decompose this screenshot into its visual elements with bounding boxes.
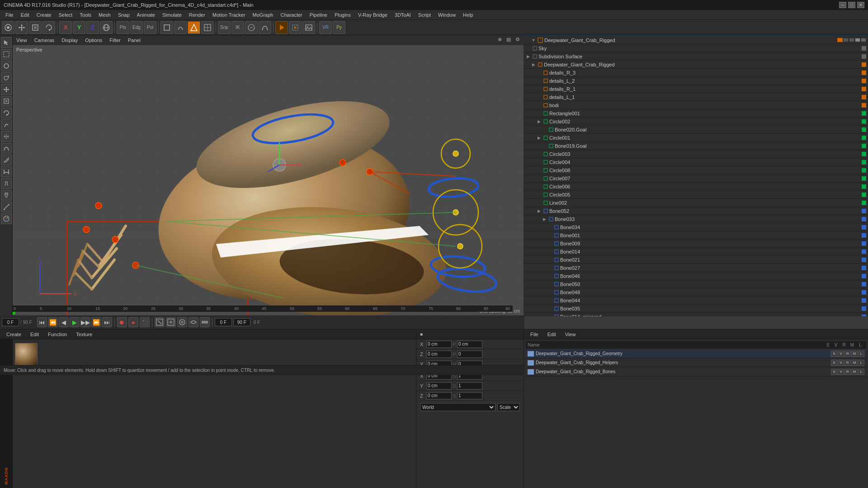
menu-help[interactable]: Help — [459, 11, 477, 19]
btn-timeline-tool-5[interactable] — [200, 317, 210, 327]
tool-scale[interactable] — [29, 21, 42, 34]
coord-sz-val[interactable] — [426, 392, 452, 399]
tool-live-selection[interactable] — [2, 21, 14, 34]
obj-item-sky[interactable]: Sky — [524, 44, 868, 52]
props-l-bone[interactable]: L — [858, 369, 864, 375]
btn-timeline-tool-1[interactable] — [155, 317, 165, 327]
coord-p-rot[interactable] — [457, 351, 482, 358]
tool-picture-viewer[interactable] — [302, 21, 315, 34]
obj-item-bone044[interactable]: Bone044 — [524, 296, 868, 305]
props-l-help[interactable]: L — [858, 360, 864, 366]
tool-snap-enable[interactable]: Snp — [218, 21, 231, 34]
obj-item-bone035[interactable]: Bone035 — [524, 305, 868, 313]
current-frame-input[interactable] — [2, 318, 19, 326]
props-r-help[interactable]: R — [844, 360, 851, 366]
coord-x-pos[interactable] — [426, 341, 452, 348]
tool-points[interactable]: Pts — [117, 21, 129, 34]
viewport-menu-view[interactable]: View — [16, 38, 27, 43]
tool-magnet[interactable] — [1, 166, 12, 177]
btn-timeline-tool-2[interactable] — [166, 317, 176, 327]
tool-render-region[interactable] — [289, 21, 302, 34]
tool-world[interactable] — [100, 21, 113, 34]
tool-python[interactable]: Py — [333, 21, 345, 34]
tool-texture[interactable] — [188, 21, 200, 34]
tool-bend[interactable] — [1, 119, 12, 130]
obj-item-circle003[interactable]: Circle003 — [524, 150, 868, 158]
tool-move-left[interactable] — [1, 84, 12, 95]
btn-go-end[interactable]: ⏭ — [102, 317, 112, 327]
viewport-menu-filter[interactable]: Filter — [109, 38, 120, 43]
tool-freehand-select[interactable] — [1, 72, 12, 83]
props-tab-file[interactable]: File — [528, 331, 541, 338]
obj-item-line002[interactable]: Line002 — [524, 199, 868, 207]
obj-item-circle006[interactable]: Circle006 — [524, 183, 868, 191]
tool-move[interactable] — [15, 21, 28, 34]
tool-vray[interactable]: VR — [319, 21, 332, 34]
mat-tab-function[interactable]: Function — [45, 331, 70, 338]
arr-9[interactable]: ▶ — [536, 119, 542, 124]
props-r-bone[interactable]: R — [844, 369, 851, 375]
tool-rotate[interactable] — [42, 21, 55, 34]
props-v-help[interactable]: V — [838, 360, 844, 366]
props-m-bone[interactable]: M — [851, 369, 858, 375]
props-m-geo[interactable]: M — [851, 351, 858, 357]
menu-simulate[interactable]: Simulate — [159, 11, 185, 19]
obj-item-bone001[interactable]: Bone001 — [524, 231, 868, 239]
coord-sy-val[interactable] — [426, 382, 452, 389]
obj-item-bone014-mirrored-[interactable]: Bone014_mirrored_ — [524, 313, 868, 316]
tool-edges[interactable]: Edg — [130, 21, 143, 34]
btn-prev-frame[interactable]: ◀ — [59, 317, 69, 327]
menu-file[interactable]: File — [2, 11, 17, 19]
props-s-geo[interactable]: S — [831, 351, 837, 357]
coord-sz-scale[interactable] — [457, 392, 482, 399]
obj-item-bone046[interactable]: Bone046 — [524, 272, 868, 280]
obj-item-bone014[interactable]: Bone014 — [524, 248, 868, 256]
obj-item-bone050[interactable]: Bone050 — [524, 280, 868, 288]
tool-circle-select[interactable] — [1, 61, 12, 71]
viewport-maximize[interactable]: ⊕ — [495, 35, 504, 43]
btn-keyframe[interactable]: ⚫ — [140, 317, 150, 327]
obj-item-bone034[interactable]: Bone034 — [524, 223, 868, 231]
props-l-geo[interactable]: L — [858, 351, 864, 357]
menu-create[interactable]: Create — [33, 11, 55, 19]
viewport-settings[interactable]: ⚙ — [514, 35, 522, 43]
obj-item-details-r-3[interactable]: details_R_3 — [524, 69, 868, 77]
material-thumb-giant[interactable] — [15, 343, 38, 366]
tool-spline[interactable] — [259, 21, 271, 34]
obj-item-bone027[interactable]: Bone027 — [524, 264, 868, 272]
menu-motion-tracker[interactable]: Motion Tracker — [209, 11, 249, 19]
tool-knife[interactable] — [1, 155, 12, 165]
obj-item-circle002[interactable]: ▶ Circle002 — [524, 117, 868, 126]
obj-item-circle001[interactable]: ▶ Circle001 — [524, 134, 868, 142]
coord-space-select[interactable]: World Object — [420, 403, 495, 411]
obj-item-bone052[interactable]: ▶ Bone052 — [524, 207, 868, 215]
menu-select[interactable]: Select — [55, 11, 76, 19]
tool-polygons[interactable]: Pol — [144, 21, 156, 34]
btn-prev-key[interactable]: ⏪ — [48, 317, 58, 327]
obj-item-subdivision-surface[interactable]: ▶ Subdivision Surface — [524, 52, 868, 61]
btn-timeline-tool-3[interactable] — [177, 317, 187, 327]
obj-item-bone021[interactable]: Bone021 — [524, 256, 868, 264]
props-s-bone[interactable]: S — [831, 369, 837, 375]
menu-mesh[interactable]: Mesh — [95, 11, 114, 19]
obj-item-bone009[interactable]: Bone009 — [524, 239, 868, 248]
btn-timeline-tool-4[interactable] — [189, 317, 198, 327]
props-tab-view[interactable]: View — [562, 331, 579, 338]
obj-item-details-l-2[interactable]: details_L_2 — [524, 77, 868, 85]
start-frame-input[interactable] — [215, 318, 232, 326]
btn-record[interactable]: ⏺ — [117, 317, 127, 327]
obj-item-details-r-1[interactable]: details_R_1 — [524, 85, 868, 93]
close-button[interactable]: ✕ — [857, 2, 864, 8]
tool-x-axis[interactable]: X — [59, 21, 72, 34]
menu-tools[interactable]: Tools — [76, 11, 95, 19]
props-row-geometry[interactable]: Deepwater_Giant_Crab_Rigged_Geometry S V… — [526, 349, 866, 358]
tool-rect-select[interactable] — [1, 49, 12, 60]
menu-mograph[interactable]: MoGraph — [249, 11, 277, 19]
menu-window[interactable]: Window — [434, 11, 459, 19]
props-tab-edit[interactable]: Edit — [545, 331, 559, 338]
tool-rotate-left[interactable] — [1, 108, 12, 118]
menu-3dtoai[interactable]: 3DToAI — [391, 11, 415, 19]
obj-item-crab-rig[interactable]: ▼ Deepwater_Giant_Crab_Rigged — [524, 36, 868, 44]
obj-item-bodi[interactable]: bodi — [524, 101, 868, 109]
obj-item-circle005[interactable]: Circle005 — [524, 191, 868, 199]
